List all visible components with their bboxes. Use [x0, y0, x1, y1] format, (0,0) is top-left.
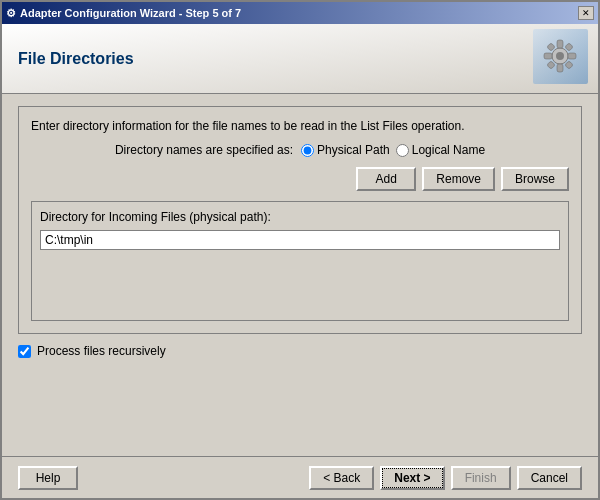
header-section: File Directories	[2, 24, 598, 94]
gear-icon	[533, 29, 588, 84]
window-title: Adapter Configuration Wizard - Step 5 of…	[20, 7, 241, 19]
recursive-label: Process files recursively	[37, 344, 166, 358]
add-button[interactable]: Add	[356, 167, 416, 191]
footer: Help < Back Next > Finish Cancel	[2, 456, 598, 498]
close-button[interactable]: ✕	[578, 6, 594, 20]
next-button[interactable]: Next >	[380, 466, 444, 490]
back-button[interactable]: < Back	[309, 466, 374, 490]
svg-point-2	[556, 52, 564, 60]
remove-button[interactable]: Remove	[422, 167, 495, 191]
checkbox-row: Process files recursively	[18, 344, 582, 358]
title-bar-controls: ✕	[578, 6, 594, 20]
svg-rect-3	[557, 40, 563, 48]
browse-button[interactable]: Browse	[501, 167, 569, 191]
title-bar: ⚙ Adapter Configuration Wizard - Step 5 …	[2, 2, 598, 24]
svg-rect-4	[557, 64, 563, 72]
physical-path-option[interactable]: Physical Path	[301, 143, 390, 157]
footer-right: < Back Next > Finish Cancel	[309, 466, 582, 490]
wizard-window: ⚙ Adapter Configuration Wizard - Step 5 …	[0, 0, 600, 500]
cancel-button[interactable]: Cancel	[517, 466, 582, 490]
logical-name-radio[interactable]	[396, 144, 409, 157]
content-area: Enter directory information for the file…	[2, 94, 598, 456]
directory-names-label: Directory names are specified as:	[115, 143, 293, 157]
description-text: Enter directory information for the file…	[31, 119, 569, 133]
physical-path-radio[interactable]	[301, 144, 314, 157]
title-icon: ⚙	[6, 7, 16, 20]
svg-rect-5	[544, 53, 552, 59]
directory-box: Directory for Incoming Files (physical p…	[31, 201, 569, 321]
finish-button[interactable]: Finish	[451, 466, 511, 490]
outer-box: Enter directory information for the file…	[18, 106, 582, 334]
help-button[interactable]: Help	[18, 466, 78, 490]
physical-path-label: Physical Path	[317, 143, 390, 157]
radio-row: Directory names are specified as: Physic…	[31, 143, 569, 157]
wizard-icon-area	[533, 29, 588, 87]
logical-name-label: Logical Name	[412, 143, 485, 157]
directory-section-label: Directory for Incoming Files (physical p…	[40, 210, 560, 224]
radio-group: Physical Path Logical Name	[301, 143, 485, 157]
directory-entry[interactable]: C:\tmp\in	[40, 230, 560, 250]
action-buttons: Add Remove Browse	[31, 167, 569, 191]
footer-left: Help	[18, 466, 78, 490]
page-title: File Directories	[18, 50, 134, 68]
svg-rect-6	[568, 53, 576, 59]
logical-name-option[interactable]: Logical Name	[396, 143, 485, 157]
recursive-checkbox[interactable]	[18, 345, 31, 358]
